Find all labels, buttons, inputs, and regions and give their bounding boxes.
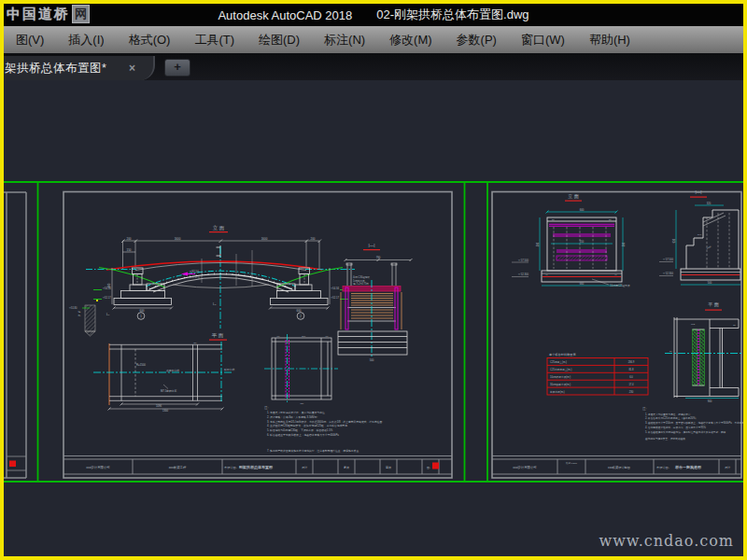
titleblock-project: xxx桥梁设计制图 — [608, 465, 630, 469]
menu-parametric[interactable]: 参数(P) — [444, 32, 509, 49]
note-line: 5. 桥台基础施工采用明挖基坑法，施工时注意基坑排水及边坡支护，确保 — [645, 430, 726, 434]
table-qty: 230 — [629, 390, 634, 394]
new-tab-button[interactable]: + — [164, 59, 190, 77]
titleblock-cell: 复核 — [344, 466, 349, 469]
right-plan-outline — [674, 317, 739, 398]
dim-text: 75 — [733, 324, 736, 327]
right-section-title: I—I — [695, 190, 701, 195]
wing-slope-lines — [703, 213, 726, 226]
plan-radius-label: R=1500 — [136, 363, 146, 367]
left-sheet: 立 面 200 1600 1600 200 — [63, 192, 452, 479]
detail-bubble-1-label: 1 — [140, 315, 142, 318]
dim-text: 600 — [139, 309, 144, 313]
document-title: 02-刚架拱桥总体布置图.dwg — [376, 7, 529, 23]
dim-text: 420 — [300, 402, 304, 405]
tab-close-icon[interactable]: × — [129, 62, 135, 75]
file-tab-bar: 架拱桥总体布置图* × + — [4, 53, 743, 80]
tab-drawing[interactable]: 架拱桥总体布置图* × — [4, 56, 155, 80]
right-sheet: 立 面 600 — [492, 190, 743, 478]
plan-green-strip — [700, 329, 705, 385]
left-elevation-title: 立 面 — [213, 225, 225, 231]
left-title-block: xxx设计有限公司 xxx桥梁工程 本设计图- 刚架拱桥总体布置图 设计 复核 … — [63, 456, 452, 475]
dim-text: 320 — [707, 202, 712, 205]
dim-text: 50 — [194, 342, 197, 344]
menu-tools[interactable]: 工具(T) — [182, 32, 247, 49]
right-plan-title: 平 面 — [708, 301, 718, 308]
water-level-value: ▽32.50 — [190, 270, 199, 273]
titleblock-label: 本设计图- — [224, 466, 237, 469]
titleblock-drawing-title: 刚架拱桥总体布置图 — [239, 465, 273, 470]
menu-insert[interactable]: 插入(I) — [56, 32, 116, 49]
dim-text: 1096 — [156, 404, 162, 408]
dim-text: 60 — [277, 335, 280, 338]
arch-top-chord — [149, 274, 292, 289]
table-qty: 6.0 — [629, 375, 633, 379]
borehole-log: ▽51.80 钻 孔 — [69, 305, 95, 336]
notes-header: 注: — [642, 406, 647, 411]
dim-text: 580 — [622, 242, 626, 246]
dim-text: 1600 — [261, 237, 268, 241]
menu-draw[interactable]: 绘图(D) — [247, 32, 312, 49]
dim-text: 500 — [370, 358, 374, 362]
level-text: ▽52.17 — [331, 296, 339, 300]
left-elevation-view: 立 面 200 1600 1600 200 — [69, 225, 355, 336]
dim-text: 630 — [672, 238, 676, 243]
right-section-view: I—I 320 500 — [659, 190, 740, 285]
titleblock-scale: 比例 1:200 — [566, 461, 578, 465]
dim-text: 900 — [708, 399, 712, 403]
plan-masonry-label: M7.5浆砌片石 — [161, 389, 177, 393]
note-line: 1. 本图尺寸均以厘米为单位，标高以米计。 — [645, 413, 693, 416]
plan-green-strip — [693, 329, 698, 385]
dim-text: 60 — [326, 335, 329, 338]
titleblock-cell: 设计 — [725, 466, 730, 469]
titleblock-cell: 设计 — [302, 466, 307, 469]
left-section-title-underline — [363, 249, 380, 250]
note-line: 4. 台背回填透水性材料，分层夯实，压实度不小于95%。 — [645, 426, 709, 429]
level-text: ▽ 57.500 — [518, 259, 529, 262]
level-text: ▽ 57.500 — [663, 258, 674, 261]
detail-bubble-2-label: 2 — [300, 315, 302, 318]
left-section-title: I—I — [368, 244, 374, 248]
dim-text: 600 — [296, 309, 301, 313]
abutment-piles — [554, 227, 606, 269]
dim-text: 240 — [698, 233, 702, 236]
table-item: 30cm砂砾垫层(m³) — [550, 383, 571, 386]
note-line: 1. 本图尺寸除标高以米计外，其余均以厘米为单位。 — [267, 411, 328, 414]
left-notes: 注: 1. 本图尺寸除标高以米计外，其余均以厘米为单位。 2. 设计荷载：公路-… — [264, 405, 385, 453]
autocad-window: 中国道桥 网 Autodesk AutoCAD 2018 02-刚架拱桥总体布置… — [0, 0, 747, 560]
left-elevation-title-underline — [209, 231, 228, 232]
cad-drawing: 立 面 200 1600 1600 200 — [4, 80, 743, 556]
menu-dimension[interactable]: 标注(N) — [312, 32, 377, 49]
table-qty: 81.8 — [628, 368, 634, 371]
titleblock-cell: 图- — [427, 466, 430, 469]
l1-label: L₁ — [106, 313, 110, 316]
titleblock-company: xxx设计有限公司 — [513, 465, 536, 469]
level-text: ▽52.17 — [103, 296, 111, 300]
note-line: 6. 桥台基础置于弱风化岩层上，地基容许承载力不小于400kPa。 — [267, 433, 342, 437]
right-title-block: xxx设计有限公司 比例 1:200 xxx桥梁设计制图 本设计图- 桥台一般构… — [492, 456, 741, 475]
table-item: 浆砌片石(m³) — [550, 390, 565, 394]
deck-note: 净-7+2×0.75m — [353, 282, 369, 286]
table-qty: 236.9 — [628, 360, 635, 364]
menu-bar: 图(V) 插入(I) 格式(O) 工具(T) 绘图(D) 标注(N) 修改(M)… — [4, 26, 743, 54]
note-line: 2. 设计荷载：公路-Ⅱ级；人群荷载 3.5kN/m²。 — [267, 415, 320, 419]
dim-text: 600 — [580, 208, 585, 212]
note-line: 基坑稳定与施工安全，严禁扰动基底。 — [645, 437, 688, 441]
titleblock-project: xxx桥梁工程 — [169, 465, 187, 469]
note-line: 4. 主拱圈采用C30砼预制安装，接头处现浇C25砼，并与桥台连成整体。 — [267, 424, 350, 427]
dim-text: 150 — [126, 248, 131, 252]
menu-modify[interactable]: 修改(M) — [377, 32, 444, 49]
table-item: 10cm碎石垫层(m²) — [550, 375, 571, 379]
menu-view[interactable]: 图(V) — [4, 32, 56, 49]
menu-help[interactable]: 帮助(H) — [577, 32, 642, 49]
left-plan-title-underline — [209, 340, 227, 341]
site-logo: 中国道桥 网 — [7, 5, 90, 23]
pad-note: 10cm厚C25砼垫层 — [610, 284, 630, 287]
menu-format[interactable]: 格式(O) — [117, 32, 183, 49]
right-elevation-title: 立 面 — [568, 193, 578, 200]
model-space-canvas[interactable]: 立 面 200 1600 1600 200 — [4, 80, 743, 556]
title-bar: 中国道桥 网 Autodesk AutoCAD 2018 02-刚架拱桥总体布置… — [4, 4, 743, 26]
tab-drawing-label: 架拱桥总体布置图* — [5, 61, 106, 77]
dim-text: 1600 — [175, 237, 181, 241]
menu-window[interactable]: 窗口(W) — [509, 32, 577, 49]
